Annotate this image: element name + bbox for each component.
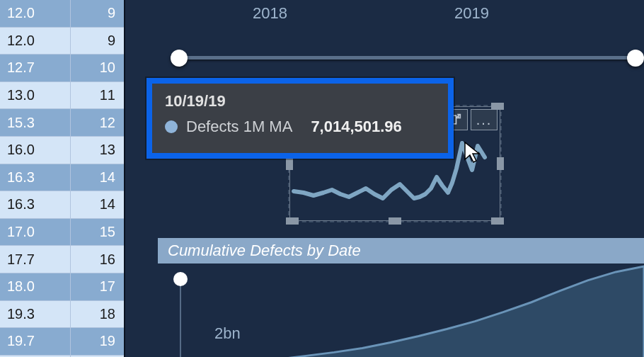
slider-track [179, 56, 636, 60]
ellipsis-icon: ... [476, 116, 493, 123]
table-row[interactable]: 12.09 [0, 0, 124, 28]
table-cell: 14 [71, 191, 124, 218]
more-options-button[interactable]: ... [471, 109, 498, 130]
tooltip-series-name: Defects 1M MA [186, 118, 292, 136]
time-slider[interactable] [171, 48, 644, 68]
resize-handle[interactable] [491, 217, 504, 225]
chart-body: 2bn [158, 264, 644, 357]
table-row[interactable]: 13.011 [0, 82, 124, 110]
table-cell: 17.0 [0, 219, 71, 246]
table-row[interactable]: 16.013 [0, 137, 124, 164]
table-cell: 16.0 [0, 137, 71, 164]
table-cell: 9 [71, 0, 124, 27]
table-cell: 19 [71, 328, 124, 355]
table-row[interactable]: 16.314 [0, 164, 124, 192]
cumulative-chart[interactable]: Cumulative Defects by Date 2bn [158, 238, 644, 357]
table-cell: 12.7 [0, 55, 71, 81]
table-row[interactable]: 16.314 [0, 191, 124, 219]
axis-marker-icon [173, 272, 188, 286]
table-cell: 17 [71, 273, 124, 300]
table-cell: 17.7 [0, 246, 71, 273]
resize-handle[interactable] [497, 157, 504, 170]
tooltip-row: Defects 1M MA 7,014,501.96 [165, 118, 435, 136]
cumulative-plot [207, 264, 644, 357]
table-cell: 16.3 [0, 164, 71, 191]
table-row[interactable]: 17.716 [0, 246, 124, 273]
table-row[interactable]: 15.312 [0, 109, 124, 137]
chart-title: Cumulative Defects by Date [158, 238, 644, 264]
table-cell: 10 [71, 55, 124, 81]
table-row[interactable]: 17.015 [0, 219, 124, 246]
slider-thumb-start[interactable] [171, 50, 188, 67]
table-cell: 11 [71, 82, 124, 109]
table-cell: 18 [71, 301, 124, 328]
table-cell: 19.3 [0, 301, 71, 328]
resize-handle[interactable] [389, 217, 401, 225]
table-cell: 13 [71, 137, 124, 164]
series-marker-icon [165, 120, 178, 133]
tooltip-date: 10/19/19 [165, 92, 435, 110]
data-table: 12.0912.0912.71013.01115.31216.01316.314… [0, 0, 124, 357]
table-cell: 9 [71, 28, 124, 55]
table-cell: 12.0 [0, 28, 71, 55]
top-chart-axis-tick: 2018 [253, 4, 287, 23]
table-cell: 12.0 [0, 0, 71, 27]
table-cell: 16 [71, 246, 124, 273]
table-row[interactable]: 19.719 [0, 328, 124, 356]
table-row[interactable]: 19.318 [0, 301, 124, 329]
table-row[interactable]: 18.017 [0, 273, 124, 301]
table-cell: 13.0 [0, 82, 71, 109]
table-cell: 15.3 [0, 109, 71, 136]
top-chart: 0M 2018 2019 [146, 0, 644, 27]
dashboard-canvas: 0M 2018 2019 ... [124, 0, 644, 357]
slider-thumb-end[interactable] [627, 50, 644, 67]
table-cell: 12 [71, 109, 124, 136]
top-chart-y0-label: 0M [206, 0, 228, 1]
chart-tooltip: 10/19/19 Defects 1M MA 7,014,501.96 [146, 78, 454, 159]
table-cell: 16.3 [0, 191, 71, 218]
table-row[interactable]: 12.09 [0, 28, 124, 55]
resize-handle[interactable] [286, 217, 299, 225]
resize-handle[interactable] [491, 103, 504, 110]
resize-handle[interactable] [286, 157, 293, 170]
top-chart-axis-tick: 2019 [454, 4, 489, 23]
table-cell: 15 [71, 219, 124, 246]
tooltip-value: 7,014,501.96 [311, 118, 401, 136]
table-cell: 14 [71, 164, 124, 191]
table-cell: 18.0 [0, 273, 71, 300]
table-row[interactable]: 12.710 [0, 55, 124, 82]
table-cell: 19.7 [0, 328, 71, 355]
